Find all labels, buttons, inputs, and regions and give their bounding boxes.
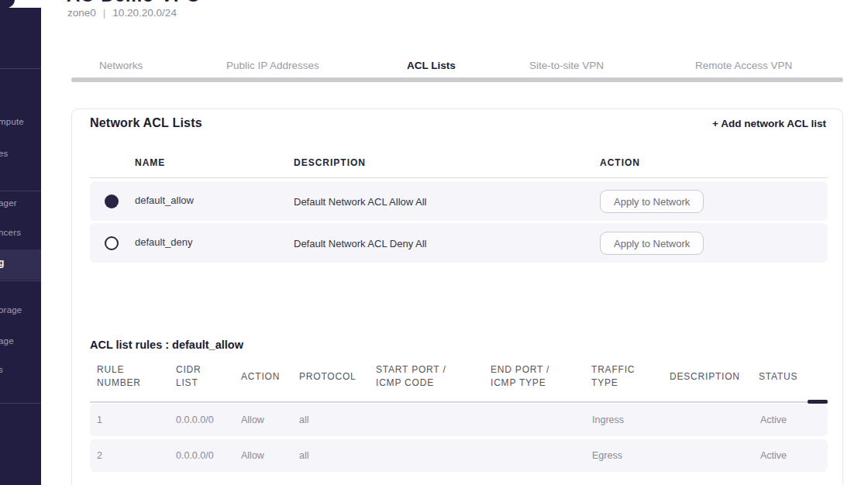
rule-action: Allow bbox=[241, 450, 264, 461]
sidebar-item[interactable]: age bbox=[0, 336, 14, 346]
sidebar-item[interactable]: ager bbox=[0, 198, 17, 208]
sidebar-item[interactable]: es bbox=[0, 149, 9, 158]
rule-traffic-type: Ingress bbox=[592, 414, 624, 425]
sidebar-divider bbox=[0, 280, 41, 281]
column-header-description: DESCRIPTION bbox=[294, 157, 366, 168]
sidebar: mpute es ager ncers g orage age s bbox=[0, 8, 41, 485]
acl-rules-title: ACL list rules : default_allow bbox=[90, 339, 243, 351]
column-header-action: ACTION bbox=[600, 157, 640, 168]
rules-header-traffic-type: TRAFFIC TYPE bbox=[591, 361, 635, 392]
apply-to-network-button[interactable]: Apply to Network bbox=[600, 190, 704, 213]
rule-number: 1 bbox=[97, 414, 102, 425]
tab-networks[interactable]: Networks bbox=[99, 60, 143, 71]
column-header-name: NAME bbox=[135, 157, 165, 168]
rule-traffic-type: Egress bbox=[592, 450, 622, 461]
tab-underline-track bbox=[71, 77, 843, 82]
subtitle-separator: | bbox=[103, 7, 106, 19]
rules-header-description: DESCRIPTION bbox=[670, 361, 740, 392]
sidebar-item[interactable]: s bbox=[0, 365, 3, 374]
sidebar-item-networking[interactable]: g bbox=[0, 257, 5, 268]
rule-action: Allow bbox=[241, 414, 264, 425]
radio-selected-icon[interactable] bbox=[105, 194, 119, 208]
vpc-detail-page: mpute es ager ncers g orage age s AC-Dem… bbox=[0, 0, 868, 485]
tab-acl-lists[interactable]: ACL Lists bbox=[407, 60, 456, 71]
rules-header-status: STATUS bbox=[759, 361, 797, 392]
rules-header-start-port: START PORT / ICMP CODE bbox=[376, 361, 446, 392]
sidebar-divider bbox=[0, 191, 41, 191]
rules-table-top-border bbox=[90, 401, 828, 403]
rule-cidr: 0.0.0.0/0 bbox=[176, 450, 214, 461]
acl-list-row-default-allow[interactable]: default_allow Default Network ACL Allow … bbox=[90, 181, 828, 221]
acl-name: default_deny bbox=[135, 236, 192, 248]
rules-header-rule-number: RULE NUMBER bbox=[97, 361, 141, 392]
network-acl-lists-card: Network ACL Lists + Add network ACL list… bbox=[71, 108, 843, 485]
rules-header-cidr-list: CIDR LIST bbox=[176, 361, 202, 392]
sidebar-item-balancers[interactable]: ncers bbox=[0, 228, 21, 237]
rule-cidr: 0.0.0.0/0 bbox=[176, 414, 214, 425]
table-header-divider bbox=[90, 177, 828, 178]
rules-header-action: ACTION bbox=[241, 361, 280, 392]
rules-header-end-port: END PORT / ICMP TYPE bbox=[491, 361, 549, 392]
sidebar-item-storage[interactable]: orage bbox=[0, 305, 22, 315]
sidebar-divider bbox=[0, 403, 41, 404]
radio-unselected-icon[interactable] bbox=[105, 236, 119, 250]
apply-to-network-button[interactable]: Apply to Network bbox=[600, 232, 704, 255]
acl-rule-row-1: 1 0.0.0.0/0 Allow all Ingress Active bbox=[90, 404, 828, 436]
add-network-acl-list-button[interactable]: + Add network ACL list bbox=[712, 118, 826, 129]
rule-protocol: all bbox=[299, 414, 309, 425]
sidebar-divider bbox=[0, 68, 41, 69]
rule-protocol: all bbox=[299, 450, 309, 461]
rule-status: Active bbox=[760, 414, 787, 425]
acl-description: Default Network ACL Deny All bbox=[294, 238, 426, 249]
acl-description: Default Network ACL Allow All bbox=[294, 196, 426, 208]
page-title: AC-Demo-VPC bbox=[67, 0, 200, 6]
sidebar-active-item-highlight bbox=[0, 249, 41, 280]
tab-site-to-site-vpn[interactable]: Site-to-site VPN bbox=[529, 60, 604, 71]
tab-public-ip[interactable]: Public IP Addresses bbox=[226, 60, 319, 71]
zone-label: zone0 bbox=[67, 7, 96, 19]
acl-rule-row-2: 2 0.0.0.0/0 Allow all Egress Active bbox=[90, 439, 828, 472]
tab-remote-access-vpn[interactable]: Remote Access VPN bbox=[695, 60, 792, 71]
rules-header-protocol: PROTOCOL bbox=[299, 361, 356, 392]
rule-status: Active bbox=[760, 450, 787, 461]
page-subtitle: zone0|10.20.20.0/24 bbox=[67, 7, 177, 19]
acl-list-row-default-deny[interactable]: default_deny Default Network ACL Deny Al… bbox=[90, 223, 828, 263]
card-title: Network ACL Lists bbox=[90, 116, 202, 130]
rule-number: 2 bbox=[97, 450, 102, 461]
sidebar-item-compute[interactable]: mpute bbox=[0, 117, 24, 126]
cidr-label: 10.20.20.0/24 bbox=[112, 7, 177, 19]
acl-name: default_allow bbox=[135, 194, 194, 206]
